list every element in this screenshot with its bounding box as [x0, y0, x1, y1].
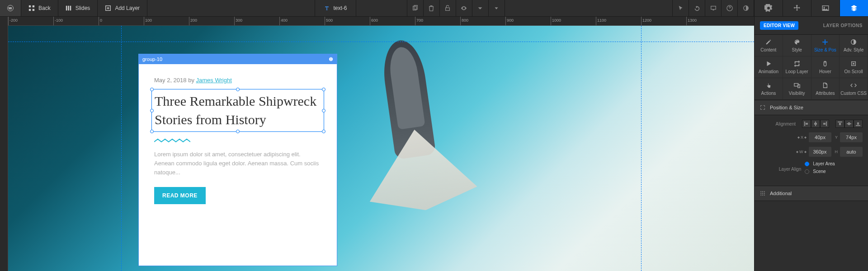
more-button[interactable] — [489, 0, 505, 16]
svg-point-41 — [764, 191, 765, 192]
additional-section-header[interactable]: Additional — [755, 186, 868, 201]
add-layer-icon — [105, 5, 111, 11]
layers-icon — [850, 4, 858, 12]
eye-icon — [461, 5, 467, 11]
y-input-group: Y — [835, 132, 863, 142]
layer-options-tab[interactable]: LAYER OPTIONS — [823, 23, 863, 28]
align-center-v-button[interactable] — [844, 120, 854, 128]
mouse-icon — [822, 61, 828, 67]
resize-handle-n[interactable] — [236, 88, 240, 91]
visibility-tab[interactable]: Visibility — [783, 78, 811, 100]
canvas-area: -200 -100 0 100 200 300 400 500 600 700 … — [0, 17, 754, 271]
read-more-button[interactable]: READ MORE — [154, 187, 206, 204]
layer-area-radio[interactable]: Layer Area — [805, 161, 863, 166]
wordpress-logo-button[interactable] — [0, 0, 21, 16]
resize-handle-ne[interactable] — [322, 88, 326, 91]
canvas-content[interactable]: group-10 May 2, 2018 by James Wright Thr… — [8, 26, 754, 271]
layer-align-label: Layer Align — [760, 167, 801, 172]
svg-rect-32 — [823, 123, 826, 125]
devices-icon — [794, 82, 800, 89]
svg-point-42 — [760, 193, 761, 194]
slides-button[interactable]: Slides — [58, 0, 98, 16]
actions-tab[interactable]: Actions — [755, 78, 783, 100]
boat-image — [330, 30, 500, 238]
loop-layer-tab[interactable]: Loop Layer — [783, 56, 811, 78]
resize-handle-s[interactable] — [236, 130, 240, 133]
radio-off-icon — [805, 169, 809, 174]
style-tab[interactable]: Style — [783, 35, 811, 56]
svg-rect-4 — [33, 9, 34, 11]
svg-rect-36 — [848, 122, 850, 125]
align-bottom-button[interactable] — [854, 120, 863, 128]
navigation-tab[interactable] — [783, 0, 811, 16]
copy-button[interactable] — [407, 0, 424, 16]
resize-handle-nw[interactable] — [150, 88, 154, 91]
help-button[interactable] — [722, 0, 738, 16]
pointer-tool[interactable] — [673, 0, 689, 16]
media-tab[interactable] — [811, 0, 840, 16]
caret-down-icon — [493, 5, 500, 11]
guide-line[interactable] — [121, 26, 122, 271]
scene-radio[interactable]: Scene — [805, 169, 863, 174]
lock-button[interactable] — [440, 0, 456, 16]
help-icon — [726, 5, 733, 11]
layers-tab[interactable] — [840, 0, 868, 16]
chevron-down-icon — [477, 5, 483, 11]
vertical-ruler[interactable] — [0, 17, 8, 271]
back-button[interactable]: Back — [21, 0, 58, 16]
on-scroll-tab[interactable]: On Scroll — [840, 56, 868, 78]
text-6-selection[interactable]: Three Remarkable Shipwreck Stories from … — [151, 89, 324, 132]
svg-rect-26 — [797, 84, 799, 88]
delete-button[interactable] — [424, 0, 440, 16]
svg-rect-11 — [446, 8, 450, 10]
view-tabs: EDITOR VIEW LAYER OPTIONS — [755, 17, 868, 35]
editor-view-tab[interactable]: EDITOR VIEW — [760, 21, 798, 30]
x-input[interactable] — [809, 132, 831, 142]
post-date: May 2, 2018 — [154, 77, 187, 84]
card-body: May 2, 2018 by James Wright Three Remark… — [139, 64, 337, 266]
align-left-button[interactable] — [802, 120, 811, 128]
custom-css-tab[interactable]: Custom CSS — [840, 78, 868, 100]
resize-handle-se[interactable] — [322, 130, 326, 133]
resize-handle-w[interactable] — [150, 109, 154, 112]
w-input[interactable] — [809, 147, 831, 157]
size-pos-tab[interactable]: Size & Pos — [811, 35, 840, 56]
settings-tab[interactable] — [754, 0, 783, 16]
position-size-section-header[interactable]: Position & Size — [755, 100, 868, 115]
align-top-button[interactable] — [835, 120, 844, 128]
h-input[interactable] — [840, 147, 863, 157]
resize-handle-e[interactable] — [322, 109, 326, 112]
visibility-button[interactable] — [456, 0, 472, 16]
align-right-button[interactable] — [820, 120, 829, 128]
group-10-frame[interactable]: group-10 May 2, 2018 by James Wright Thr… — [138, 54, 337, 266]
selected-layer-indicator[interactable]: text-6 — [315, 0, 356, 16]
code-icon — [850, 82, 857, 89]
group-menu-icon[interactable] — [329, 57, 333, 61]
resize-handle-sw[interactable] — [150, 130, 154, 133]
dropdown-button[interactable] — [472, 0, 489, 16]
hover-tab[interactable]: Hover — [811, 56, 840, 78]
play-icon — [765, 61, 772, 67]
adv-style-tab[interactable]: Adv. Style — [840, 35, 868, 56]
animation-tab[interactable]: Animation — [755, 56, 783, 78]
trash-icon — [428, 5, 434, 11]
align-center-h-button[interactable] — [811, 120, 820, 128]
selected-layer-name: text-6 — [333, 5, 347, 11]
undo-icon — [694, 5, 700, 11]
group-header[interactable]: group-10 — [139, 54, 337, 64]
contrast-button[interactable] — [738, 0, 754, 16]
add-layer-button[interactable]: Add Layer — [98, 0, 147, 16]
undo-button[interactable] — [689, 0, 705, 16]
w-input-group: W — [796, 147, 831, 157]
y-input[interactable] — [840, 132, 863, 142]
content-tab[interactable]: Content — [755, 35, 783, 56]
ruler-tick: 200 — [189, 17, 197, 25]
post-heading[interactable]: Three Remarkable Shipwreck Stories from … — [155, 92, 321, 129]
attributes-tab[interactable]: Attributes — [811, 78, 840, 100]
guide-line[interactable] — [641, 26, 642, 271]
post-author-link[interactable]: James Wright — [196, 77, 232, 84]
guide-line[interactable] — [8, 42, 754, 42]
horizontal-ruler[interactable]: -200 -100 0 100 200 300 400 500 600 700 … — [8, 17, 754, 26]
move-icon — [793, 4, 801, 12]
preview-button[interactable] — [705, 0, 722, 16]
